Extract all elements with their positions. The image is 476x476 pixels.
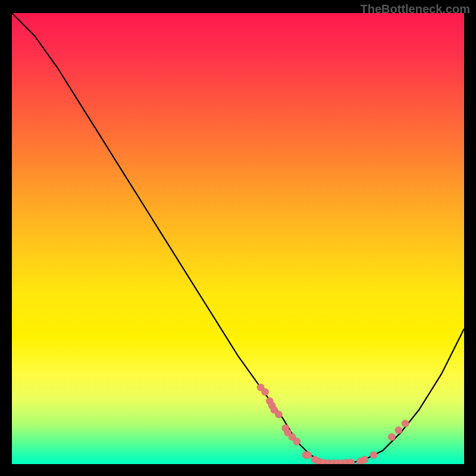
scatter-dot — [275, 411, 282, 418]
chart-plot-area — [12, 13, 464, 464]
scatter-dot — [361, 456, 368, 463]
scatter-dot — [370, 452, 377, 459]
scatter-dot — [293, 438, 300, 445]
scatter-dot — [305, 452, 312, 459]
scatter-dots-group — [257, 384, 409, 464]
scatter-dot — [402, 420, 409, 427]
scatter-dot — [395, 427, 402, 434]
scatter-dot — [262, 389, 269, 396]
scatter-dot — [347, 459, 355, 464]
scatter-dot — [388, 434, 395, 441]
chart-svg — [12, 13, 464, 464]
bottleneck-curve-path — [12, 13, 464, 464]
watermark-text: TheBottleneck.com — [361, 2, 470, 16]
